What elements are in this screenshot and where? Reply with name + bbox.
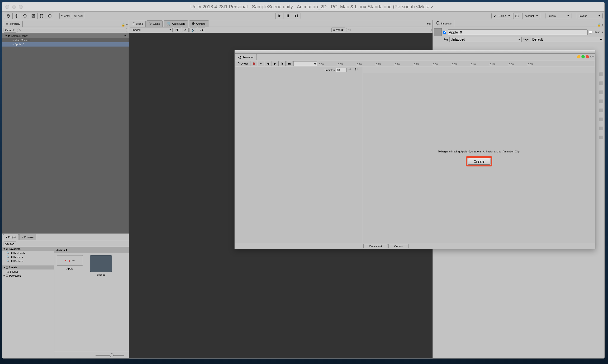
move-tool[interactable] (12, 13, 21, 19)
assets-header[interactable]: ▾ ▢ Assets (2, 265, 54, 270)
lock-icon[interactable]: 🔒 ▾ (121, 23, 128, 26)
packages-header[interactable]: ▸ ▢ Packages (2, 273, 54, 278)
transform-tool[interactable] (46, 13, 54, 19)
traffic-lights (5, 5, 23, 9)
inspector-tab[interactable]: ⓘ Inspector (434, 20, 454, 26)
asset-store-tab[interactable]: 🛒 Asset Store (164, 20, 188, 26)
hierarchy-tree: ▾ ⬢ SampleScene*▾≡ ▫ Main Camera ▫ Apple… (2, 33, 129, 234)
pivot-local-toggle[interactable]: ◈ Local (72, 13, 84, 19)
scene-audio-toggle[interactable]: 🔊 (190, 27, 197, 32)
asset-scenes[interactable]: Scenes (90, 255, 112, 276)
scene-menu-icon[interactable]: ▾≡ (124, 34, 127, 37)
game-tab[interactable]: ▷ Game (146, 20, 163, 26)
anim-next-keyframe[interactable]: |▶ (279, 61, 286, 66)
gameobject-active-checkbox[interactable] (443, 31, 446, 34)
inspector-components-obscured (598, 72, 604, 139)
svg-rect-9 (297, 14, 298, 17)
anim-frame-field[interactable] (293, 61, 317, 66)
hierarchy-tab[interactable]: ≡ Hierarchy (3, 21, 23, 26)
hierarchy-item-main-camera[interactable]: ▫ Main Camera (2, 38, 129, 42)
create-button[interactable]: Create (468, 158, 490, 165)
samples-label: Samples (324, 69, 335, 71)
assets-scenes-folder[interactable]: ▢ Scenes (2, 270, 54, 273)
animation-empty-message: To begin animating Apple_0, create an An… (438, 150, 520, 153)
cloud-button[interactable] (513, 13, 521, 19)
add-keyframe-button[interactable]: ◇+ (348, 68, 354, 72)
window-min-icon[interactable] (577, 55, 581, 58)
scene-tab[interactable]: # Scene (130, 21, 146, 26)
project-breadcrumb[interactable]: Assets › (54, 247, 129, 253)
layer-label: Layer (523, 38, 530, 41)
zoom-icon[interactable] (19, 5, 23, 9)
hierarchy-create-dropdown[interactable]: Create ▾ (4, 28, 16, 33)
add-event-button[interactable]: ▯+ (355, 68, 361, 72)
hand-tool[interactable] (4, 13, 13, 19)
fav-all-materials[interactable]: 🔍 All Materials (2, 251, 54, 255)
rect-tool[interactable] (37, 13, 46, 19)
lock-icon[interactable]: 🔒 ▾ (597, 23, 604, 26)
scene-root[interactable]: ▾ ⬢ SampleScene*▾≡ (2, 33, 129, 38)
close-icon[interactable] (5, 5, 9, 9)
unity-window: Unity 2018.4.28f1 Personal - SampleScene… (2, 2, 605, 359)
rotate-tool[interactable] (21, 13, 29, 19)
anim-last-frame[interactable]: ⏭ (286, 61, 293, 66)
animation-property-list[interactable] (235, 73, 363, 243)
animation-window: ◔ Animation ⚙▾ Preview ⏮ ◀| ▶ |▶ ⏭ (234, 50, 595, 249)
layer-dropdown[interactable]: Default (531, 37, 603, 42)
animation-footer: Dopesheet Curves (235, 243, 595, 249)
animation-tab[interactable]: ◔ Animation (236, 54, 257, 60)
shading-mode-dropdown[interactable]: Shaded▾ (130, 27, 173, 32)
anim-prev-keyframe[interactable]: ◀| (265, 61, 272, 66)
gizmos-dropdown[interactable]: Gizmos ▾ (331, 27, 345, 32)
step-button[interactable] (292, 13, 300, 19)
inspector-content: Static ▾ Tag Untagged Layer Default (433, 27, 604, 44)
scene-lighting-toggle[interactable]: ☀ (182, 27, 189, 32)
layout-dropdown[interactable]: Layout ▼ (577, 13, 603, 19)
layers-dropdown[interactable]: Layers ▼ (545, 13, 571, 19)
anim-first-frame[interactable]: ⏮ (258, 61, 264, 66)
play-button[interactable] (275, 13, 284, 19)
titlebar: Unity 2018.4.28f1 Personal - SampleScene… (2, 2, 604, 12)
anim-preview-toggle[interactable]: Preview (236, 61, 250, 66)
gameobject-name-field[interactable] (448, 29, 588, 35)
window-gear-icon[interactable]: ⚙▾ (590, 55, 594, 58)
svg-rect-7 (287, 14, 288, 17)
curves-tab[interactable]: Curves (388, 244, 409, 248)
window-max-icon[interactable] (582, 55, 585, 58)
scene-search[interactable] (346, 28, 432, 32)
samples-field[interactable] (336, 68, 347, 72)
animator-tab[interactable]: ⚙ Animator (189, 20, 209, 26)
account-dropdown[interactable]: Account ▼ (522, 13, 540, 19)
animation-window-titlebar[interactable] (235, 50, 595, 54)
static-checkbox[interactable] (589, 31, 592, 34)
hierarchy-item-apple-0[interactable]: ▫ Apple_0 (2, 42, 129, 47)
minimize-icon[interactable] (12, 5, 16, 9)
tag-dropdown[interactable]: Untagged (449, 37, 522, 42)
gameobject-icon[interactable] (434, 28, 442, 36)
anim-record-button[interactable] (251, 61, 257, 66)
project-tab[interactable]: ▪ Project (3, 234, 19, 240)
asset-size-slider[interactable] (95, 355, 124, 356)
collab-dropdown[interactable]: ✓ Collab ▼ (492, 13, 512, 19)
dopesheet-tab[interactable]: Dopesheet (363, 244, 388, 248)
animation-timeline-area: To begin animating Apple_0, create an An… (363, 73, 595, 243)
pause-button[interactable] (284, 13, 292, 19)
fav-all-prefabs[interactable]: 🔍 All Prefabs (2, 259, 54, 263)
scale-tool[interactable] (29, 13, 38, 19)
scene-fx-dropdown[interactable]: ▫ ▾ (198, 27, 205, 32)
console-tab[interactable]: ▫ Console (19, 234, 36, 240)
fav-all-models[interactable]: 🔍 All Models (2, 255, 54, 259)
window-title: Unity 2018.4.28f1 Personal - SampleScene… (23, 4, 601, 10)
hierarchy-search[interactable] (17, 28, 127, 32)
project-create-dropdown[interactable]: Create ▾ (4, 241, 16, 246)
favorites-header[interactable]: ▾ ★ Favorites (2, 247, 54, 251)
window-close-icon[interactable] (586, 55, 589, 58)
scene-2d-toggle[interactable]: 2D (174, 27, 181, 32)
anim-play[interactable]: ▶ (272, 61, 279, 66)
project-tree: ▾ ★ Favorites 🔍 All Materials 🔍 All Mode… (2, 247, 54, 358)
asset-apple[interactable]: ●▮▸● Apple (57, 255, 83, 270)
tab-menu-icon[interactable]: ▾≡ (426, 21, 432, 26)
static-dropdown-arrow[interactable]: ▾ (602, 31, 603, 34)
pivot-center-toggle[interactable]: ▪ Center (59, 13, 72, 19)
anim-ruler-top[interactable]: 0:00 0:05 0:10 0:15 0:20 0:25 0:30 0:35 … (318, 61, 594, 66)
